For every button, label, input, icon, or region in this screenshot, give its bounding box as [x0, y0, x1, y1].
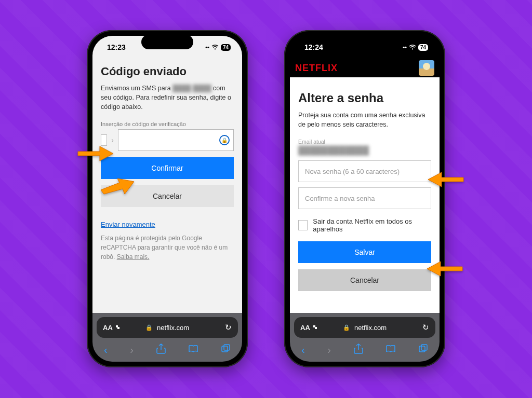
recaptcha-learn-more-link[interactable]: Saiba mais.	[117, 253, 150, 260]
reload-icon[interactable]: ↻	[422, 323, 429, 332]
wifi-icon	[211, 44, 219, 51]
address-bar[interactable]: AA 🔒 netflix.com ↻	[294, 317, 435, 338]
code-field-label: Inserção de código de verificação	[101, 121, 234, 127]
share-button[interactable]	[354, 344, 363, 356]
address-bar[interactable]: AA 🔒 netflix.com ↻	[97, 317, 238, 338]
bookmarks-button[interactable]	[188, 344, 198, 356]
page-title: Altere a senha	[298, 91, 431, 105]
back-button[interactable]: ‹	[301, 344, 305, 356]
recaptcha-notice: Esta página é protegida pelo Google reCA…	[101, 234, 234, 262]
netflix-logo[interactable]: NETFLIX	[295, 63, 338, 74]
text-size-button[interactable]: AA	[103, 324, 121, 332]
status-time: 12:23	[107, 43, 126, 51]
safari-chrome: AA 🔒 netflix.com ↻ ‹ ›	[290, 313, 440, 362]
password-description: Proteja sua conta com uma senha exclusiv…	[298, 111, 431, 129]
text-size-button[interactable]: AA	[300, 324, 318, 332]
wifi-icon	[409, 44, 416, 51]
battery-level: 74	[221, 44, 231, 51]
tabs-button[interactable]	[419, 344, 428, 356]
back-button[interactable]: ‹	[104, 344, 108, 356]
confirm-password-input[interactable]	[298, 187, 431, 209]
annotation-arrow	[77, 144, 114, 163]
cancel-button[interactable]: Cancelar	[298, 269, 431, 291]
status-time: 12:24	[304, 43, 323, 51]
verification-code-input[interactable]	[118, 129, 234, 151]
reload-icon[interactable]: ↻	[225, 323, 232, 332]
password-lock-icon: 🔒	[219, 135, 230, 145]
phone-left: 12:23 •• 74 Código enviado Enviamos um S…	[87, 30, 248, 367]
annotation-arrow	[427, 170, 464, 189]
svg-rect-0	[222, 346, 228, 352]
url-text: netflix.com	[157, 324, 189, 332]
tabs-button[interactable]	[221, 344, 231, 356]
svg-rect-3	[421, 345, 427, 350]
cellular-icon: ••	[403, 44, 407, 50]
signout-all-checkbox[interactable]	[298, 220, 308, 230]
annotation-arrow	[99, 176, 136, 195]
netflix-header: NETFLIX	[290, 59, 440, 77]
lock-icon: 🔒	[145, 324, 153, 331]
share-button[interactable]	[156, 344, 166, 356]
battery-level: 74	[418, 44, 428, 51]
masked-phone-number: ████ ████	[172, 85, 211, 92]
new-password-input[interactable]	[298, 160, 431, 182]
puzzle-icon	[312, 325, 318, 330]
page-content: NETFLIX Altere a senha Proteja sua conta…	[290, 59, 440, 313]
url-text: netflix.com	[354, 324, 387, 332]
lock-icon: 🔒	[343, 324, 350, 331]
svg-rect-2	[419, 346, 425, 352]
phone-right: 12:24 •• 74 NETFLIX Altere a senha Prote…	[284, 30, 445, 367]
svg-rect-1	[224, 345, 230, 350]
puzzle-icon	[115, 325, 121, 330]
phone-notch	[339, 35, 391, 49]
resend-link[interactable]: Enviar novamente	[101, 221, 234, 228]
chevron-right-icon: ›	[111, 136, 114, 144]
safari-chrome: AA 🔒 netflix.com ↻ ‹ ›	[92, 313, 242, 362]
current-email-value: ████████████	[298, 146, 431, 155]
avatar[interactable]	[419, 60, 434, 76]
sms-description: Enviamos um SMS para ████ ████ com seu c…	[101, 84, 234, 112]
current-email-label: Email atual	[298, 139, 431, 145]
bookmarks-button[interactable]	[385, 344, 396, 356]
phone-notch	[141, 35, 193, 49]
save-button[interactable]: Salvar	[298, 241, 431, 263]
annotation-arrow	[426, 259, 463, 278]
cellular-icon: ••	[205, 44, 209, 50]
signout-all-label: Sair da conta Netflix em todos os aparel…	[313, 217, 431, 233]
page-title: Código enviado	[101, 65, 234, 78]
forward-button[interactable]: ›	[130, 344, 134, 356]
forward-button[interactable]: ›	[327, 344, 331, 356]
